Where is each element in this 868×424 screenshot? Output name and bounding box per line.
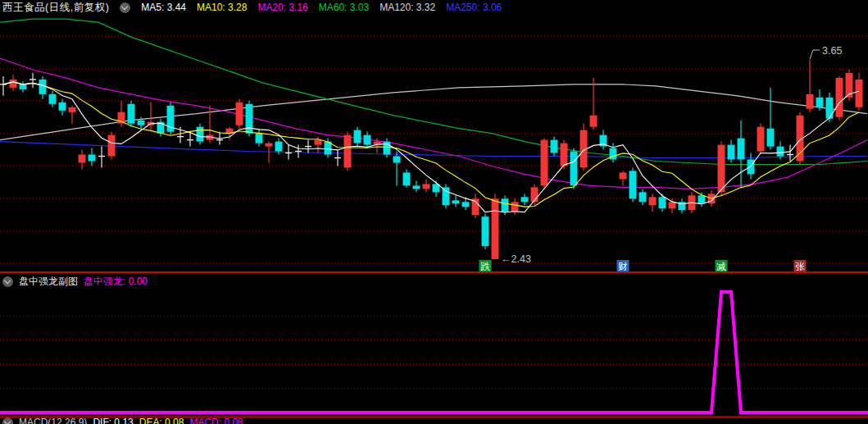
candlestick[interactable] [757, 127, 765, 152]
candlestick[interactable] [836, 78, 843, 117]
candlestick[interactable] [138, 121, 145, 125]
candlestick[interactable] [718, 145, 725, 193]
candlestick[interactable] [89, 155, 96, 162]
candlestick[interactable] [561, 144, 568, 166]
ma120-label: MA120: 3.32 [379, 2, 435, 13]
candlestick[interactable] [20, 84, 27, 89]
candlestick[interactable] [826, 98, 834, 119]
candlestick[interactable] [315, 140, 322, 145]
candlestick[interactable] [452, 200, 460, 203]
candlestick[interactable] [236, 103, 243, 125]
ma-line-ma60 [0, 19, 867, 164]
event-marker-label: 跌 [480, 262, 490, 271]
candlestick[interactable] [620, 172, 627, 179]
low-price-label: ←2.43 [501, 253, 531, 265]
candlestick[interactable] [482, 217, 489, 246]
candlestick[interactable] [128, 104, 135, 124]
subpanel-header: 盘中强龙副图 盘中强龙: 0.00 [0, 275, 148, 288]
candlestick[interactable] [10, 80, 17, 88]
indicator-signal-line [0, 292, 868, 413]
ma5-label: MA5: 3.44 [141, 2, 186, 13]
candlestick[interactable] [669, 202, 676, 208]
candlestick[interactable] [275, 142, 283, 152]
chevron-down-icon[interactable] [2, 276, 13, 287]
candlestick[interactable] [807, 94, 814, 109]
candlestick[interactable] [659, 197, 666, 208]
high-price-label: 3.65 [822, 45, 842, 57]
candlestick[interactable] [49, 94, 57, 104]
macd-title: MACD(12,26,9) [19, 417, 87, 424]
chevron-down-icon[interactable] [120, 2, 130, 13]
candlestick[interactable] [856, 80, 863, 107]
candlestick[interactable] [69, 107, 76, 112]
candlestick[interactable] [767, 129, 775, 147]
candlestick[interactable] [344, 135, 352, 168]
candlestick[interactable] [738, 139, 745, 160]
candlestick[interactable] [521, 197, 529, 202]
subpanel-title: 盘中强龙副图 [19, 275, 78, 289]
candlestick[interactable] [413, 185, 420, 189]
ma20-label: MA20: 3.16 [257, 2, 307, 13]
candlestick[interactable] [629, 171, 637, 198]
candlestick[interactable] [639, 192, 647, 202]
candlestick[interactable] [777, 147, 784, 157]
candlestick[interactable] [462, 202, 470, 207]
candlestick[interactable] [541, 140, 548, 186]
event-marker-label: 张 [795, 262, 805, 271]
candlestick[interactable] [590, 116, 598, 127]
candlestick[interactable] [256, 134, 263, 144]
candlestick[interactable] [59, 103, 66, 111]
macd-dif-label: DIF: 0.13 [93, 417, 133, 424]
macd-value-label: MACD: 0.08 [189, 417, 243, 424]
candlestick[interactable] [423, 184, 430, 189]
stock-title: 西王食品(日线,前复权) [2, 1, 109, 15]
candlestick[interactable] [266, 144, 273, 147]
main-chart-header: 西王食品(日线,前复权) MA5: 3.44 MA10: 3.28 MA20: … [0, 0, 502, 15]
candlestick[interactable] [197, 127, 204, 142]
candlestick[interactable] [728, 145, 735, 160]
candlestick[interactable] [492, 198, 499, 259]
candlestick[interactable] [246, 104, 253, 134]
macd-panel-header: MACD(12,26,9) DIF: 0.13 DEA: 0.08 MACD: … [0, 416, 243, 424]
chart-canvas[interactable]: 跌财减张3.65←2.43 [0, 0, 868, 424]
candlestick[interactable] [570, 152, 578, 186]
ma10-label: MA10: 3.28 [197, 2, 247, 13]
candlestick[interactable] [403, 172, 411, 185]
annotation-arrow [810, 50, 820, 59]
candlestick[interactable] [816, 98, 824, 107]
event-marker-label: 减 [716, 262, 726, 271]
ma60-label: MA60: 3.03 [319, 2, 369, 13]
candlestick[interactable] [511, 202, 519, 212]
candlestick[interactable] [443, 187, 450, 205]
candlestick[interactable] [649, 197, 657, 205]
candlestick[interactable] [364, 135, 371, 145]
candlestick[interactable] [393, 157, 401, 163]
event-marker-label: 财 [618, 262, 628, 271]
stock-chart-app: 跌财减张3.65←2.43 西王食品(日线,前复权) MA5: 3.44 MA1… [0, 0, 868, 424]
candlestick[interactable] [502, 198, 509, 212]
macd-dea-label: DEA: 0.08 [139, 417, 184, 424]
chevron-down-icon[interactable] [2, 417, 13, 424]
candlestick[interactable] [108, 135, 116, 157]
ma250-label: MA250: 3.06 [446, 2, 502, 13]
panel-divider [0, 271, 868, 273]
indicator-value-label: 盘中强龙: 0.00 [84, 275, 148, 289]
ma-line-ma250 [0, 142, 867, 158]
candlestick[interactable] [354, 130, 361, 144]
candlestick[interactable] [551, 140, 558, 153]
candlestick[interactable] [79, 155, 86, 163]
candlestick[interactable] [698, 195, 706, 203]
